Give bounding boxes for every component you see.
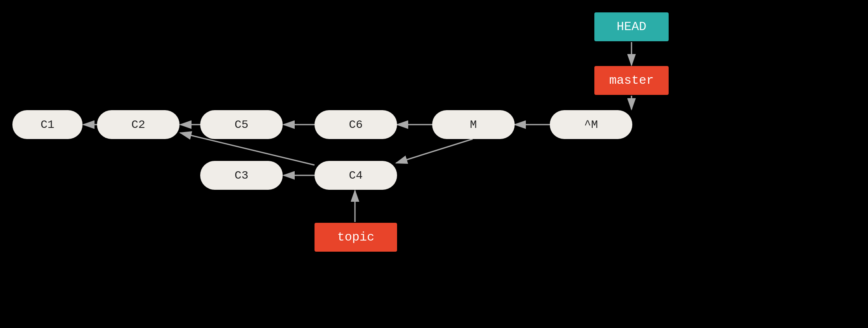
diagram: C1 C2 C5 C6 M ^M C3 C4 HEAD master topic	[0, 0, 868, 328]
node-c2: C2	[97, 110, 180, 139]
node-topic: topic	[315, 223, 397, 252]
node-c3: C3	[200, 161, 283, 190]
node-m: M	[432, 110, 515, 139]
node-c5: C5	[200, 110, 283, 139]
node-c6: C6	[315, 110, 397, 139]
node-master: master	[594, 66, 669, 95]
node-c4: C4	[315, 161, 397, 190]
node-head: HEAD	[594, 12, 669, 41]
arrows-svg	[0, 0, 868, 328]
node-cm: ^M	[550, 110, 632, 139]
svg-line-7	[396, 139, 473, 163]
node-c1: C1	[12, 110, 83, 139]
